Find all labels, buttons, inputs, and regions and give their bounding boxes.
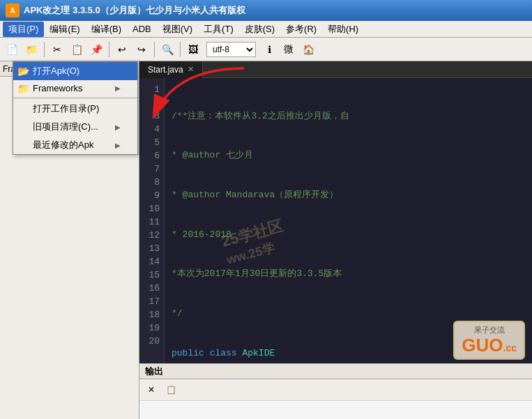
toolbar-copy[interactable]: 📋 (68, 40, 86, 59)
line-num-15: 15 (144, 269, 160, 282)
dropdown-recent-apk[interactable]: 最近修改的Apk ▶ (13, 136, 137, 154)
line-num-1: 1 (144, 84, 160, 97)
app-title: APK改之理 3.3.5.0（少月版）七少月与小米人共有版权 (24, 4, 245, 17)
toolbar-home[interactable]: 🏠 (299, 40, 317, 59)
encoding-select[interactable]: utf-8 gbk gb2312 (206, 42, 256, 57)
menu-adb[interactable]: ADB (127, 22, 157, 37)
dropdown-recent-apk-label: 最近修改的Apk (33, 139, 93, 151)
line-num-13: 13 (144, 243, 160, 256)
toolbar-sep4 (180, 42, 181, 57)
output-title: 输出 (145, 365, 163, 378)
menu-tools[interactable]: 工具(T) (198, 22, 239, 37)
code-editor: 1 2 3 4 5 6 7 8 9 10 11 12 13 14 15 16 1… (139, 78, 532, 363)
clean-arrow-icon: ▶ (115, 123, 121, 131)
line-num-3: 3 (144, 110, 160, 123)
toolbar-cut[interactable]: ✂ (48, 40, 66, 59)
dropdown-frameworks[interactable]: 📁 Frameworks ▶ (13, 80, 137, 96)
line-num-2: 2 (144, 97, 160, 110)
toolbar-open[interactable]: 📁 (22, 40, 40, 59)
output-content (139, 401, 532, 406)
toolbar: 📄 📁 ✂ 📋 📌 ↩ ↪ 🔍 🖼 utf-8 gbk gb2312 ℹ 微 🏠 (0, 38, 532, 61)
toolbar-new[interactable]: 📄 (3, 40, 21, 59)
toolbar-paste[interactable]: 📌 (87, 40, 105, 59)
menu-help[interactable]: 帮助(H) (322, 22, 364, 37)
output-toolbar: ✕ 📋 (139, 379, 532, 401)
dropdown-open-apk-label: 打开Apk(O) (33, 65, 79, 77)
line-num-16: 16 (144, 282, 160, 296)
frameworks-icon: 📁 (17, 83, 29, 94)
menu-skin[interactable]: 皮肤(S) (239, 22, 280, 37)
line-num-20: 20 (144, 335, 160, 349)
code-line-1: /**注意：本软件从3.2之后推出少月版，自 (172, 110, 525, 123)
line-num-10: 10 (144, 203, 160, 216)
tab-start-java[interactable]: Start.java ✕ (139, 61, 203, 78)
code-line-2: * @author 七少月 (172, 149, 525, 162)
line-num-5: 5 (144, 137, 160, 150)
toolbar-sep1 (44, 42, 45, 57)
line-num-6: 6 (144, 150, 160, 163)
toolbar-undo[interactable]: ↩ (113, 40, 131, 59)
menu-edit[interactable]: 编辑(E) (44, 22, 85, 37)
line-num-14: 14 (144, 256, 160, 269)
recent-arrow-icon: ▶ (115, 142, 121, 149)
line-num-19: 19 (144, 322, 160, 335)
code-line-3: * @author Mandarava（原程序开发） (172, 189, 525, 202)
tab-bar: Start.java ✕ (139, 61, 532, 78)
app-icon: A (6, 3, 20, 17)
line-num-7: 7 (144, 163, 160, 176)
code-line-4: * 2016-2018 (172, 229, 525, 242)
output-header: 输出 (139, 364, 532, 379)
output-copy-btn[interactable]: 📋 (162, 381, 180, 399)
line-numbers: 1 2 3 4 5 6 7 8 9 10 11 12 13 14 15 16 1… (139, 78, 165, 363)
code-content[interactable]: /**注意：本软件从3.2之后推出少月版，自 * @author 七少月 * @… (165, 78, 532, 363)
code-line-7: public class ApkIDE (172, 347, 525, 360)
line-num-9: 9 (144, 190, 160, 203)
code-line-6: */ (172, 307, 525, 321)
menu-compile[interactable]: 编译(B) (86, 22, 127, 37)
open-apk-icon: 📂 (17, 66, 29, 77)
menu-bar: 项目(P) 编辑(E) 编译(B) ADB 视图(V) 工具(T) 皮肤(S) … (0, 21, 532, 38)
toolbar-search[interactable]: 🔍 (158, 40, 176, 59)
toolbar-image[interactable]: 🖼 (184, 40, 202, 59)
dropdown-clean-label: 旧项目清理(C)... (33, 121, 98, 133)
frameworks-arrow-icon: ▶ (115, 84, 121, 92)
dropdown-open-apk[interactable]: 📂 打开Apk(O) (13, 62, 137, 80)
toolbar-redo[interactable]: ↪ (132, 40, 151, 59)
dropdown-open-workdir[interactable]: 打开工作目录(P) (13, 100, 137, 118)
toolbar-sep2 (109, 42, 109, 57)
dropdown-menu: 📂 打开Apk(O) 📁 Frameworks ▶ 打开工作目录(P) 旧项目清… (13, 61, 138, 155)
dropdown-sep1 (13, 98, 137, 98)
line-num-17: 17 (144, 296, 160, 309)
line-num-4: 4 (144, 123, 160, 137)
dropdown-open-workdir-label: 打开工作目录(P) (33, 102, 99, 115)
line-num-18: 18 (144, 309, 160, 322)
line-num-11: 11 (144, 216, 160, 229)
encoding-area: utf-8 gbk gb2312 (206, 42, 256, 57)
output-clear-btn[interactable]: ✕ (142, 381, 160, 399)
toolbar-info[interactable]: ℹ (260, 40, 278, 59)
menu-reference[interactable]: 参考(R) (280, 22, 322, 37)
menu-view[interactable]: 视图(V) (157, 22, 198, 37)
editor-area: Start.java ✕ 1 2 3 4 5 6 7 8 9 10 11 12 … (139, 61, 532, 419)
line-num-8: 8 (144, 176, 160, 190)
output-panel: 输出 ✕ 📋 (139, 363, 532, 419)
line-num-12: 12 (144, 229, 160, 243)
toolbar-weibo[interactable]: 微 (280, 40, 298, 59)
toolbar-sep3 (154, 42, 155, 57)
dropdown-frameworks-label: Frameworks (33, 83, 83, 93)
dropdown-clean[interactable]: 旧项目清理(C)... ▶ (13, 118, 137, 136)
menu-project[interactable]: 项目(P) (3, 22, 44, 37)
tab-close-btn[interactable]: ✕ (188, 65, 194, 74)
code-line-5: *本次为2017年1月30日更新的3.3.5版本 (172, 268, 525, 281)
title-bar: A APK改之理 3.3.5.0（少月版）七少月与小米人共有版权 (0, 0, 532, 21)
tab-label: Start.java (148, 65, 183, 75)
